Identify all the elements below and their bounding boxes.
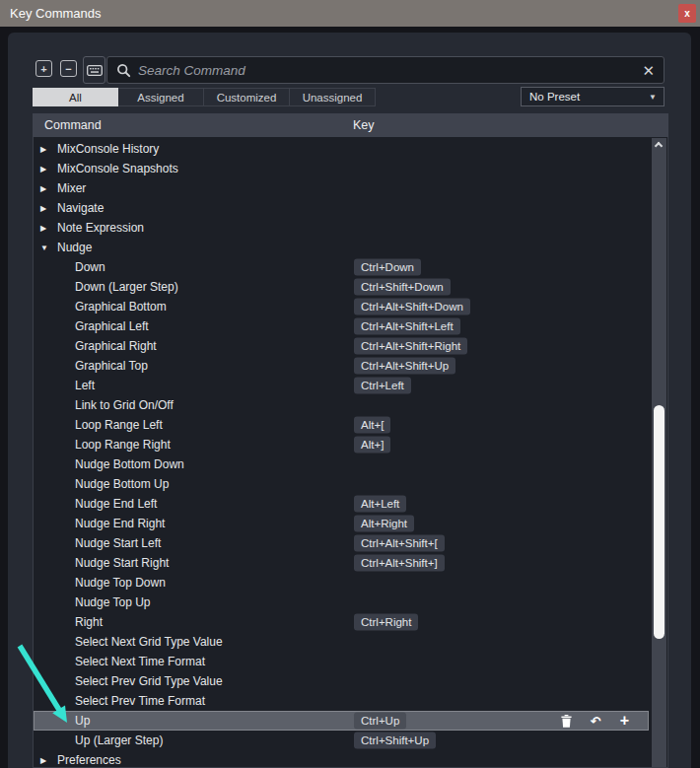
scrollbar[interactable] bbox=[652, 138, 666, 767]
key-binding-badge: Ctrl+Alt+Shift+Right bbox=[354, 338, 467, 355]
table-row[interactable]: DownCtrl+Down bbox=[34, 257, 649, 277]
add-icon[interactable]: + bbox=[620, 713, 629, 729]
chevron-down-icon: ▼ bbox=[649, 93, 657, 102]
keyboard-button[interactable] bbox=[83, 56, 105, 84]
window-title: Key Commands bbox=[10, 6, 101, 21]
scroll-up-arrow-icon[interactable] bbox=[655, 142, 663, 150]
command-label: Down (Larger Step) bbox=[75, 280, 178, 294]
command-label: Nudge Top Down bbox=[75, 576, 166, 590]
expand-all-button[interactable]: + bbox=[35, 60, 52, 77]
command-label: Nudge End Left bbox=[75, 497, 157, 511]
command-label: Nudge End Right bbox=[75, 517, 165, 530]
key-binding-badge: Alt+] bbox=[354, 437, 390, 454]
command-label: Navigate bbox=[57, 201, 104, 215]
search-input[interactable]: Search Command ✕ bbox=[106, 56, 665, 84]
key-binding-badge: Ctrl+Alt+Shift+Left bbox=[354, 318, 460, 335]
table-row[interactable]: Up (Larger Step)Ctrl+Shift+Up bbox=[34, 731, 649, 750]
command-label: Left bbox=[75, 379, 95, 392]
tab-unassigned[interactable]: Unassigned bbox=[290, 88, 376, 106]
table-row[interactable]: Select Prev Grid Type Value bbox=[34, 671, 649, 691]
table-row[interactable]: ▶Navigate bbox=[34, 198, 649, 218]
table-row[interactable]: ▶Preferences bbox=[34, 750, 649, 768]
key-binding-badge: Ctrl+Alt+Shift+] bbox=[354, 555, 445, 572]
table-row[interactable]: Select Prev Time Format bbox=[34, 691, 649, 711]
column-header-command: Command bbox=[44, 118, 102, 132]
command-label: Nudge Start Right bbox=[75, 556, 169, 570]
command-label: Preferences bbox=[57, 753, 121, 767]
table-row[interactable]: Nudge Start LeftCtrl+Alt+Shift+[ bbox=[34, 533, 649, 553]
triangle-expanded-icon[interactable]: ▼ bbox=[40, 244, 54, 252]
command-label: Nudge Bottom Up bbox=[75, 477, 169, 491]
table-row[interactable]: RightCtrl+Right bbox=[34, 612, 649, 632]
command-label: Up bbox=[75, 714, 90, 728]
table-row[interactable]: Nudge Bottom Down bbox=[34, 454, 649, 474]
table-row[interactable]: ▶MixConsole Snapshots bbox=[34, 159, 649, 178]
keyboard-icon bbox=[87, 65, 103, 76]
table-row[interactable]: Link to Grid On/Off bbox=[34, 395, 649, 415]
key-binding-badge: Ctrl+Right bbox=[354, 614, 418, 631]
tab-customized[interactable]: Customized bbox=[204, 88, 290, 106]
triangle-collapsed-icon[interactable]: ▶ bbox=[40, 145, 54, 154]
command-label: Select Prev Time Format bbox=[75, 694, 205, 708]
key-binding-badge: Alt+[ bbox=[354, 417, 390, 434]
preset-dropdown[interactable]: No Preset ▼ bbox=[521, 87, 665, 106]
collapse-all-button[interactable]: − bbox=[60, 60, 77, 77]
table-row[interactable]: Nudge Bottom Up bbox=[34, 474, 649, 494]
table-row[interactable]: Select Next Grid Type Value bbox=[34, 632, 649, 652]
delete-icon[interactable] bbox=[561, 715, 572, 728]
tab-all[interactable]: All bbox=[33, 88, 118, 106]
command-list[interactable]: ▶MixConsole History▶MixConsole Snapshots… bbox=[33, 137, 668, 768]
command-label: Mixer bbox=[57, 181, 86, 195]
table-row[interactable]: ▶MixConsole History bbox=[34, 139, 649, 159]
search-placeholder: Search Command bbox=[138, 63, 642, 78]
table-row[interactable]: Graphical LeftCtrl+Alt+Shift+Left bbox=[34, 316, 649, 336]
table-row[interactable]: Nudge Top Up bbox=[34, 593, 649, 612]
close-button[interactable]: x bbox=[678, 4, 696, 23]
table-row[interactable]: LeftCtrl+Left bbox=[34, 376, 649, 395]
command-label: Nudge Start Left bbox=[75, 536, 161, 550]
table-row[interactable]: Nudge End LeftAlt+Left bbox=[34, 494, 649, 514]
scrollbar-thumb[interactable] bbox=[654, 405, 665, 639]
key-binding-badge: Ctrl+Left bbox=[354, 378, 411, 394]
dialog-titlebar[interactable]: Key Commands x bbox=[0, 0, 700, 27]
triangle-collapsed-icon[interactable]: ▶ bbox=[40, 204, 54, 213]
key-commands-dialog: + − Search Command ✕ AllAssignedCustomiz… bbox=[8, 33, 691, 768]
command-label: Note Expression bbox=[57, 221, 144, 235]
table-row[interactable]: Loop Range LeftAlt+[ bbox=[34, 415, 649, 435]
command-label: Loop Range Right bbox=[75, 438, 171, 452]
clear-search-icon[interactable]: ✕ bbox=[642, 63, 655, 78]
table-row[interactable]: ▶Note Expression bbox=[34, 218, 649, 238]
table-row[interactable]: UpCtrl+Up↶+ bbox=[34, 711, 649, 731]
key-binding-badge: Ctrl+Alt+Shift+[ bbox=[354, 535, 445, 552]
row-actions: ↶+ bbox=[561, 711, 629, 731]
table-row[interactable]: ▼Nudge bbox=[34, 238, 649, 257]
table-row[interactable]: Graphical RightCtrl+Alt+Shift+Right bbox=[34, 336, 649, 356]
triangle-collapsed-icon[interactable]: ▶ bbox=[40, 224, 54, 233]
triangle-collapsed-icon[interactable]: ▶ bbox=[40, 184, 54, 193]
table-row[interactable]: Nudge Top Down bbox=[34, 573, 649, 593]
command-label: Down bbox=[75, 260, 105, 274]
key-binding-badge: Alt+Right bbox=[354, 516, 414, 532]
table-row[interactable]: Graphical TopCtrl+Alt+Shift+Up bbox=[34, 356, 649, 376]
table-row[interactable]: ▶Mixer bbox=[34, 178, 649, 198]
undo-icon[interactable]: ↶ bbox=[591, 714, 601, 729]
tab-assigned[interactable]: Assigned bbox=[118, 88, 204, 106]
command-label: Loop Range Left bbox=[75, 418, 163, 432]
command-label: Link to Grid On/Off bbox=[75, 398, 174, 412]
close-icon: x bbox=[684, 8, 690, 19]
triangle-collapsed-icon[interactable]: ▶ bbox=[40, 756, 54, 765]
table-row[interactable]: Graphical BottomCtrl+Alt+Shift+Down bbox=[34, 297, 649, 316]
table-row[interactable]: Nudge Start RightCtrl+Alt+Shift+] bbox=[34, 553, 649, 573]
column-header-key: Key bbox=[353, 118, 375, 132]
filter-tabs: AllAssignedCustomizedUnassigned bbox=[33, 88, 376, 106]
command-label: Graphical Left bbox=[75, 319, 149, 333]
table-row[interactable]: Loop Range RightAlt+] bbox=[34, 435, 649, 454]
table-row[interactable]: Select Next Time Format bbox=[34, 652, 649, 671]
command-label: Graphical Bottom bbox=[75, 300, 167, 314]
triangle-collapsed-icon[interactable]: ▶ bbox=[40, 165, 54, 174]
search-icon bbox=[116, 63, 131, 78]
key-binding-badge: Ctrl+Alt+Shift+Up bbox=[354, 358, 455, 375]
table-row[interactable]: Down (Larger Step)Ctrl+Shift+Down bbox=[34, 277, 649, 297]
table-row[interactable]: Nudge End RightAlt+Right bbox=[34, 514, 649, 533]
command-label: Select Next Grid Type Value bbox=[75, 635, 223, 649]
